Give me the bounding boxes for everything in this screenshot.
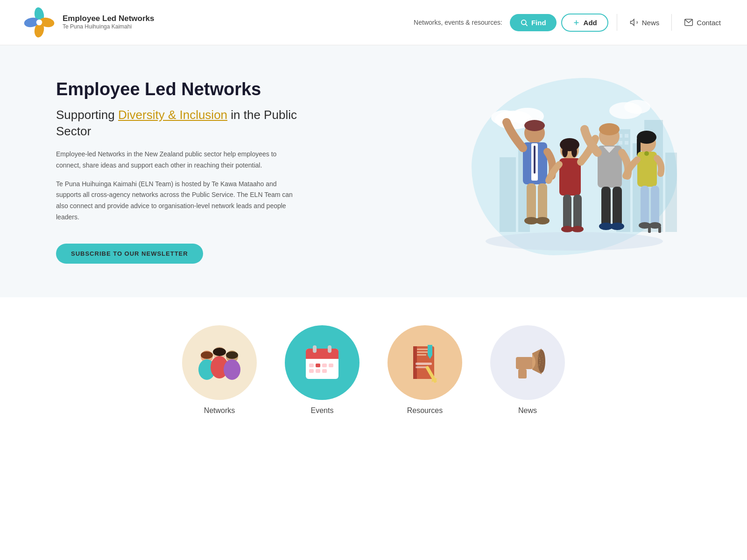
svg-point-67 (213, 348, 226, 356)
subscribe-button[interactable]: SUBSCRIBE TO OUR NEWSLETTER (56, 244, 203, 264)
hero-title: Employee Led Networks (56, 79, 299, 100)
svg-rect-75 (328, 345, 331, 353)
svg-rect-13 (665, 153, 677, 232)
hero-content: Employee Led Networks Supporting Diversi… (56, 79, 299, 264)
events-label: Events (311, 406, 334, 415)
nav-divider (617, 14, 617, 31)
hero-desc2: Te Puna Huihuinga Kaimahi (ELN Team) is … (56, 179, 299, 223)
category-row: Networks (37, 325, 710, 415)
news-label: News (518, 406, 537, 415)
svg-rect-87 (417, 354, 426, 356)
category-item-networks[interactable]: Networks (182, 325, 257, 415)
contact-nav-link[interactable]: Contact (680, 15, 725, 30)
categories-section: Networks (0, 297, 747, 452)
svg-point-54 (644, 151, 649, 156)
svg-rect-74 (313, 345, 317, 353)
svg-point-69 (224, 359, 240, 380)
site-header: Employee Led Networks Te Puna Huihuinga … (0, 0, 747, 45)
svg-point-70 (226, 351, 238, 359)
logo-title: Employee Led Networks (63, 14, 155, 23)
hero-section: Employee Led Networks Supporting Diversi… (0, 45, 747, 297)
svg-rect-88 (428, 345, 432, 355)
search-icon (520, 19, 528, 27)
svg-rect-55 (641, 186, 649, 225)
svg-rect-76 (309, 364, 314, 367)
logo-subtitle: Te Puna Huihuinga Kaimahi (63, 23, 155, 31)
svg-point-42 (571, 226, 584, 232)
svg-rect-79 (329, 364, 333, 367)
events-icon (299, 339, 345, 386)
svg-point-33 (536, 217, 550, 224)
networks-circle (182, 325, 257, 400)
people-illustration (472, 83, 677, 269)
hero-subtitle-highlight: Diversity & Inclusion (118, 108, 227, 122)
svg-rect-18 (619, 141, 622, 145)
hero-illustration (458, 73, 691, 269)
svg-rect-82 (322, 369, 327, 373)
svg-point-44 (599, 123, 620, 135)
resources-icon (402, 339, 448, 386)
news-nav-link[interactable]: News (626, 15, 663, 30)
svg-rect-77 (316, 364, 320, 367)
svg-rect-31 (538, 183, 547, 221)
find-button[interactable]: Find (510, 14, 557, 31)
svg-line-6 (526, 24, 528, 26)
hero-subtitle-plain: Supporting (56, 108, 118, 122)
networks-label: Networks (204, 406, 235, 415)
svg-point-61 (486, 232, 663, 251)
news-circle (490, 325, 565, 400)
svg-rect-80 (309, 369, 314, 373)
svg-point-64 (201, 351, 213, 359)
svg-point-24 (624, 100, 650, 114)
svg-rect-60 (658, 226, 661, 233)
category-item-resources[interactable]: Resources (388, 325, 462, 415)
svg-rect-47 (613, 187, 622, 226)
svg-rect-59 (648, 226, 651, 233)
hero-desc1: Employee-led Networks in the New Zealand… (56, 149, 299, 171)
category-item-news[interactable]: News (490, 325, 565, 415)
svg-point-49 (610, 223, 624, 230)
news-category-icon (504, 339, 551, 386)
svg-rect-84 (413, 346, 417, 379)
networks-icon (194, 337, 245, 388)
svg-point-5 (521, 20, 526, 24)
contact-icon (684, 18, 693, 27)
svg-rect-40 (573, 195, 582, 230)
resources-circle (388, 325, 462, 400)
svg-point-26 (524, 120, 545, 131)
svg-rect-17 (625, 134, 628, 138)
hero-subtitle: Supporting Diversity & Inclusion in the … (56, 107, 299, 140)
svg-point-37 (571, 146, 577, 157)
resources-label: Resources (407, 406, 443, 415)
svg-rect-90 (416, 363, 432, 365)
category-item-events[interactable]: Events (285, 325, 359, 415)
logo-area: Employee Led Networks Te Puna Huihuinga … (22, 6, 155, 39)
svg-rect-81 (316, 369, 320, 373)
svg-rect-30 (527, 183, 536, 221)
svg-rect-73 (306, 356, 338, 359)
svg-rect-96 (518, 369, 527, 378)
plus-icon (572, 19, 580, 27)
svg-rect-29 (534, 146, 536, 174)
svg-rect-78 (322, 364, 327, 367)
svg-rect-14 (500, 157, 516, 232)
nav-divider-2 (671, 14, 672, 31)
svg-rect-56 (651, 186, 659, 225)
svg-point-4 (36, 20, 42, 26)
news-icon (629, 18, 639, 27)
nav-area: Networks, events & resources: Find Add N… (414, 14, 725, 32)
svg-point-95 (538, 350, 545, 373)
logo-text: Employee Led Networks Te Puna Huihuinga … (63, 14, 155, 31)
logo-icon (22, 6, 56, 39)
svg-rect-46 (601, 187, 611, 226)
svg-rect-19 (625, 141, 628, 145)
events-circle (285, 325, 359, 400)
svg-rect-39 (563, 195, 571, 230)
svg-rect-94 (516, 357, 533, 369)
svg-point-36 (562, 146, 568, 157)
add-button[interactable]: Add (561, 14, 608, 32)
nav-label: Networks, events & resources: (414, 19, 502, 26)
